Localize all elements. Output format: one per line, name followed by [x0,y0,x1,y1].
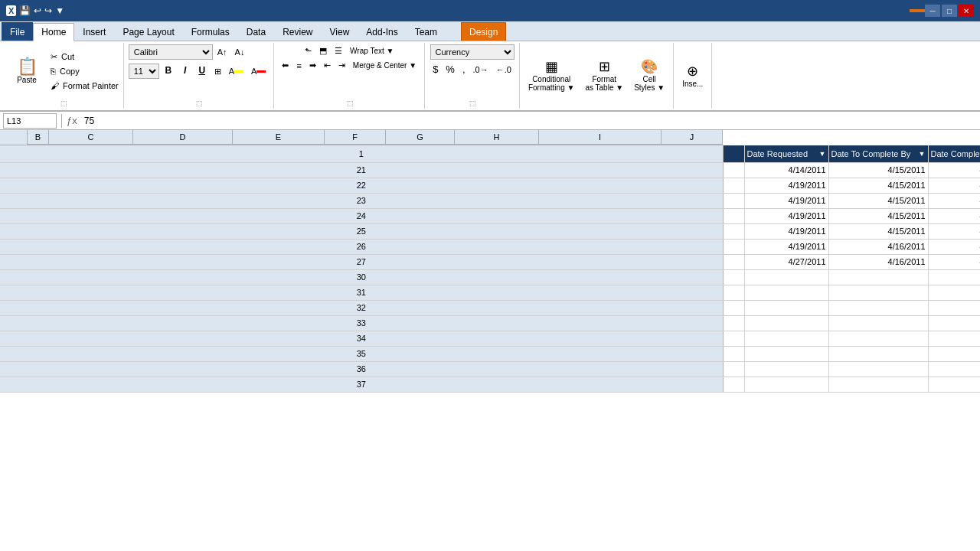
tab-design[interactable]: Design [461,22,506,41]
font-expand-icon[interactable]: ⬚ [196,99,203,107]
decrease-font-button[interactable]: A↓ [232,46,248,58]
empty-cell[interactable] [828,377,928,392]
undo-icon[interactable]: ↩ [34,5,41,16]
empty-cell[interactable] [828,300,928,315]
empty-cell[interactable] [723,285,744,300]
tab-view[interactable]: View [322,22,358,41]
empty-cell[interactable] [928,331,980,346]
fill-color-button[interactable]: A [226,65,247,77]
increase-font-button[interactable]: A↑ [214,46,230,58]
tab-data[interactable]: Data [238,22,274,41]
empty-cell[interactable] [828,285,928,300]
empty-cell[interactable] [744,331,828,346]
tab-review[interactable]: Review [274,22,321,41]
tab-home[interactable]: Home [33,23,74,41]
empty-cell[interactable] [828,315,928,331]
conditional-formatting-button[interactable]: ▦ ConditionalFormatting ▼ [524,56,578,94]
data-cell-c[interactable]: 4/27/2011 [744,254,828,269]
empty-cell[interactable] [828,331,928,346]
data-cell-d[interactable]: 4/15/2011 [828,223,928,239]
empty-cell[interactable] [723,331,744,346]
empty-cell[interactable] [744,361,828,377]
wrap-text-button[interactable]: Wrap Text ▼ [347,45,397,57]
paste-button[interactable]: 📋 Paste [8,56,46,86]
data-cell-b[interactable] [723,178,744,193]
copy-button[interactable]: ⎘ [47,64,59,78]
col-header-i[interactable]: I [539,130,662,145]
data-cell-c[interactable]: 4/19/2011 [744,208,828,223]
tab-formulas[interactable]: Formulas [183,22,238,41]
tab-page-layout[interactable]: Page Layout [114,22,182,41]
filter-dropdown-arrow[interactable]: ▼ [919,150,926,158]
font-name-select[interactable]: Calibri [129,44,213,60]
empty-cell[interactable] [723,315,744,331]
merge-center-button[interactable]: Merge & Center ▼ [350,60,420,71]
data-cell-e[interactable]: 4/15/2011 [928,208,980,223]
header-cell-e[interactable]: Date Completed▼ [928,145,980,162]
grid-wrapper[interactable]: B C D E F G H I J 1Date Requested▼Date T… [0,130,980,551]
header-cell-c[interactable]: Date Requested▼ [744,145,828,162]
col-header-e[interactable]: E [233,130,325,145]
data-cell-c[interactable]: 4/19/2011 [744,239,828,254]
col-header-d[interactable]: D [133,130,233,145]
header-cell-d[interactable]: Date To Complete By▼ [828,145,928,162]
align-right-button[interactable]: ➡ [306,59,319,72]
cell-styles-button[interactable]: 🎨 CellStyles ▼ [630,56,668,94]
alignment-expand-icon[interactable]: ⬚ [347,99,354,107]
data-cell-c[interactable]: 4/19/2011 [744,223,828,239]
data-cell-e[interactable]: 4/15/2011 [928,193,980,208]
empty-cell[interactable] [928,285,980,300]
number-format-select[interactable]: Currency General Number Date [430,44,514,60]
empty-cell[interactable] [828,269,928,285]
col-header-f[interactable]: F [325,130,386,145]
font-size-select[interactable]: 11 [129,64,159,79]
increase-decimal-button[interactable]: .0→ [470,64,492,76]
tab-insert[interactable]: Insert [74,22,114,41]
empty-cell[interactable] [723,346,744,361]
empty-cell[interactable] [723,269,744,285]
data-cell-d[interactable]: 4/15/2011 [828,178,928,193]
data-cell-b[interactable] [723,193,744,208]
data-cell-b[interactable] [723,208,744,223]
data-cell-b[interactable] [723,162,744,178]
decrease-decimal-button[interactable]: ←.0 [493,64,514,76]
data-cell-c[interactable]: 4/19/2011 [744,193,828,208]
empty-cell[interactable] [723,361,744,377]
col-header-b[interactable]: B [28,130,49,145]
empty-cell[interactable] [928,300,980,315]
comma-button[interactable]: , [459,62,469,77]
data-cell-c[interactable]: 4/19/2011 [744,178,828,193]
data-cell-d[interactable]: 4/15/2011 [828,193,928,208]
data-cell-d[interactable]: 4/15/2011 [828,208,928,223]
underline-button[interactable]: U [194,64,210,78]
data-cell-c[interactable]: 4/14/2011 [744,162,828,178]
data-cell-b[interactable] [723,223,744,239]
minimize-button[interactable]: ─ [925,5,940,17]
currency-button[interactable]: $ [430,62,441,77]
function-icon[interactable]: ƒx [67,115,77,126]
header-cell-b[interactable] [723,145,744,162]
italic-button[interactable]: I [178,64,193,78]
filter-dropdown-arrow[interactable]: ▼ [819,150,826,158]
tab-addins[interactable]: Add-Ins [358,22,406,41]
save-icon[interactable]: 💾 [19,5,31,16]
data-cell-e[interactable]: 4/16/2011 [928,239,980,254]
empty-cell[interactable] [744,377,828,392]
tab-file[interactable]: File [2,22,33,41]
empty-cell[interactable] [723,377,744,392]
empty-cell[interactable] [928,361,980,377]
indent-right-button[interactable]: ⇥ [335,59,348,72]
data-cell-e[interactable]: 4/15/2011 [928,162,980,178]
cell-reference-input[interactable] [3,113,57,129]
empty-cell[interactable] [744,300,828,315]
percent-button[interactable]: % [443,62,458,77]
bold-button[interactable]: B [161,64,176,78]
col-header-h[interactable]: H [455,130,539,145]
quick-access-more[interactable]: ▼ [55,5,64,16]
empty-cell[interactable] [744,269,828,285]
empty-cell[interactable] [928,315,980,331]
insert-button[interactable]: ⊕ Inse... [678,60,707,90]
border-button[interactable]: ⊞ [211,65,224,78]
col-header-g[interactable]: G [386,130,455,145]
redo-icon[interactable]: ↪ [44,5,52,16]
